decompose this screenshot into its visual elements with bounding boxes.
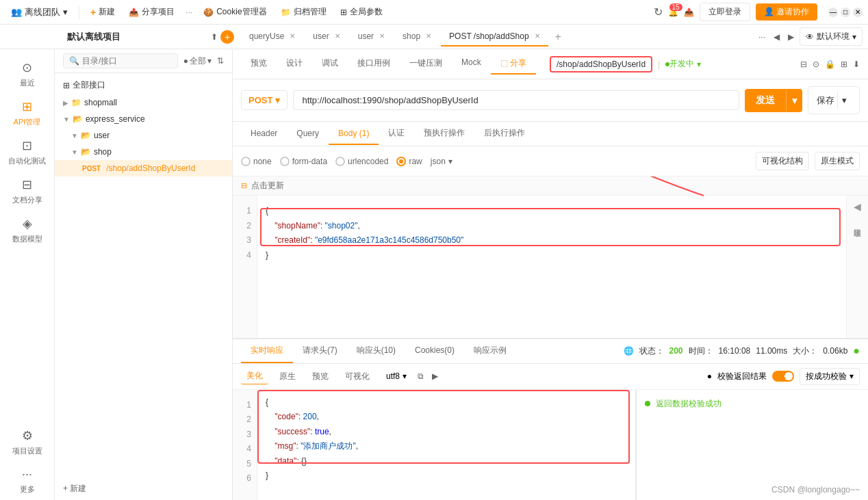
sidebar-item-recent[interactable]: ⊙ 最近 [0, 55, 54, 94]
resp-tab-example[interactable]: 响应示例 [464, 339, 516, 363]
global-params-button[interactable]: ⊞ 全局参数 [335, 3, 388, 21]
save-dropdown-icon[interactable]: ▾ [837, 91, 851, 109]
search-input[interactable] [82, 56, 172, 66]
tree-folder-shopmall[interactable]: ▶ 📁 shopmall [55, 94, 232, 111]
icon-grid[interactable]: ⊞ [841, 60, 847, 69]
tab-nav-more[interactable]: ··· [756, 29, 768, 44]
new-button[interactable]: + 新建 [85, 3, 120, 21]
icon-lock[interactable]: 🔒 [825, 60, 835, 69]
tab-queryuse[interactable]: queryUse ✕ [241, 27, 303, 47]
sidebar-item-more[interactable]: ··· 更多 [0, 462, 54, 500]
icon-cols[interactable]: ⊟ [800, 60, 807, 69]
close-button[interactable]: ✕ [853, 8, 863, 17]
sidebar-item-api[interactable]: ⊞ API管理 [0, 94, 54, 133]
env-selector[interactable]: 👁 默认环境 ▾ [800, 27, 863, 46]
add-project-icon[interactable]: + [220, 30, 234, 44]
tab-close-icon[interactable]: ✕ [426, 32, 431, 40]
tab-shop[interactable]: shop ✕ [394, 27, 439, 47]
tab-stress[interactable]: 一键压测 [400, 53, 452, 75]
fmt-btn-visual[interactable]: 可视化 [340, 369, 375, 384]
copy-icon[interactable]: ⧉ [418, 371, 424, 381]
tab-nav-prev[interactable]: ◀ [771, 29, 782, 44]
env-chevron-icon[interactable]: ▾ [697, 60, 701, 69]
tab-post-shop[interactable]: POST /shop/addShop ✕ [441, 27, 548, 47]
icon-download[interactable]: ⬇ [853, 60, 860, 69]
req-tab-post[interactable]: 后执行操作 [474, 122, 535, 146]
resp-tab-respheaders[interactable]: 响应头(10) [347, 339, 405, 363]
add-api-button[interactable]: + 新建 [55, 477, 232, 500]
tree-folder-shop[interactable]: ▼ 📂 shop [55, 144, 232, 160]
notification-button[interactable]: 🔔 15 [668, 8, 678, 17]
new-tab-button[interactable]: + [550, 28, 567, 46]
tree-folder-user[interactable]: ▼ 📂 user [55, 127, 232, 144]
method-selector[interactable]: POST ▾ [241, 90, 288, 110]
resp-code-content[interactable]: { "code": 200, "success": true, "msg": "… [257, 390, 635, 501]
toggle-track[interactable] [772, 371, 794, 382]
validate-option-selector[interactable]: 按成功校验 ▾ [800, 368, 860, 385]
tab-close-icon[interactable]: ✕ [335, 32, 340, 40]
tab-user1[interactable]: user ✕ [305, 27, 348, 47]
tab-close-icon[interactable]: ✕ [379, 32, 385, 40]
req-tab-auth[interactable]: 认证 [379, 122, 414, 146]
tab-design[interactable]: 设计 [277, 53, 312, 75]
req-tab-header[interactable]: Header [241, 123, 287, 145]
refresh-button[interactable]: ↻ [654, 5, 663, 18]
tab-close-icon[interactable]: ✕ [535, 32, 540, 40]
tab-user2[interactable]: user ✕ [350, 27, 393, 47]
sidebar-item-docs[interactable]: ⊟ 文档分享 [0, 172, 54, 211]
radio-urlencoded[interactable]: urlencoded [335, 157, 388, 166]
icon-clock[interactable]: ⊙ [813, 60, 819, 69]
sort-icon[interactable]: ⇅ [217, 56, 224, 66]
expand-arrow-icon[interactable]: ▶ [432, 371, 438, 381]
tree-api-addshop[interactable]: POST /shop/addShopByUserId [55, 160, 232, 176]
resp-tab-realtime[interactable]: 实时响应 [241, 339, 293, 363]
send-dropdown-icon[interactable]: ▾ [786, 90, 802, 111]
fmt-btn-raw[interactable]: 原生 [274, 369, 301, 384]
radio-raw[interactable]: raw [396, 157, 422, 166]
resp-tab-cookies[interactable]: Cookies(0) [405, 340, 464, 362]
encoding-selector[interactable]: utf8 ▾ [381, 371, 412, 381]
tab-examples[interactable]: 接口用例 [348, 53, 400, 75]
tab-debug[interactable]: 调试 [312, 53, 348, 75]
search-box[interactable]: 🔍 [63, 53, 178, 68]
req-tab-pre[interactable]: 预执行操作 [414, 122, 474, 146]
tab-mock[interactable]: Mock [452, 53, 491, 75]
tree-folder-express[interactable]: ▼ 📂 express_service [55, 111, 232, 127]
upload-icon[interactable]: ⬆ [211, 32, 218, 42]
save-button[interactable]: 保存 ▾ [808, 86, 860, 114]
sidebar-item-models[interactable]: ◈ 数据模型 [0, 211, 54, 250]
fmt-btn-preview[interactable]: 预览 [307, 369, 334, 384]
all-interfaces-item[interactable]: ⊞ 全部接口 [55, 76, 232, 94]
url-input[interactable] [302, 95, 730, 105]
visualize-button[interactable]: 可视化结构 [756, 152, 809, 170]
invite-button[interactable]: 👤 邀请协作 [756, 3, 817, 21]
req-tab-query[interactable]: Query [287, 123, 329, 145]
maximize-button[interactable]: □ [841, 8, 850, 17]
login-button[interactable]: 立即登录 [700, 3, 750, 21]
raw-mode-button[interactable]: 原生模式 [815, 152, 860, 170]
sidebar-item-settings[interactable]: ⚙ 项目设置 [0, 423, 54, 462]
minimize-button[interactable]: — [828, 8, 838, 17]
team-selector[interactable]: 👥 离线团队 ▾ [5, 3, 73, 21]
archive-button[interactable]: 📁 归档管理 [275, 3, 332, 21]
code-editor[interactable]: { "shopName": "shop02", "createId": "e9f… [257, 196, 846, 338]
more-dots[interactable]: ··· [183, 8, 195, 17]
radio-none[interactable]: none [241, 157, 272, 166]
share-project-button[interactable]: 📤 分享项目 [123, 3, 180, 21]
resp-tab-reqheaders[interactable]: 请求头(7) [293, 339, 347, 363]
tab-preview[interactable]: 预览 [241, 53, 277, 75]
format-selector[interactable]: json ▾ [431, 157, 452, 166]
radio-formdata[interactable]: form-data [280, 157, 327, 166]
collapse-icon[interactable]: ◀ [854, 201, 861, 212]
url-input-wrapper[interactable] [293, 90, 739, 110]
tab-close-icon[interactable]: ✕ [290, 32, 295, 40]
fmt-btn-beautify[interactable]: 美化 [241, 368, 268, 384]
validate-toggle[interactable] [772, 371, 794, 382]
tab-share[interactable]: ⬚ 分享 [491, 53, 536, 75]
send-button[interactable]: 发送 ▾ [745, 89, 802, 112]
cookie-manager-button[interactable]: 🍪 Cookie管理器 [198, 3, 272, 21]
tab-nav-next[interactable]: ▶ [785, 29, 797, 44]
req-tab-body[interactable]: Body (1) [329, 123, 379, 145]
filter-button[interactable]: ● 全部 ▾ [183, 55, 212, 67]
sidebar-item-autotest[interactable]: ⊡ 自动化测试 [0, 133, 54, 172]
